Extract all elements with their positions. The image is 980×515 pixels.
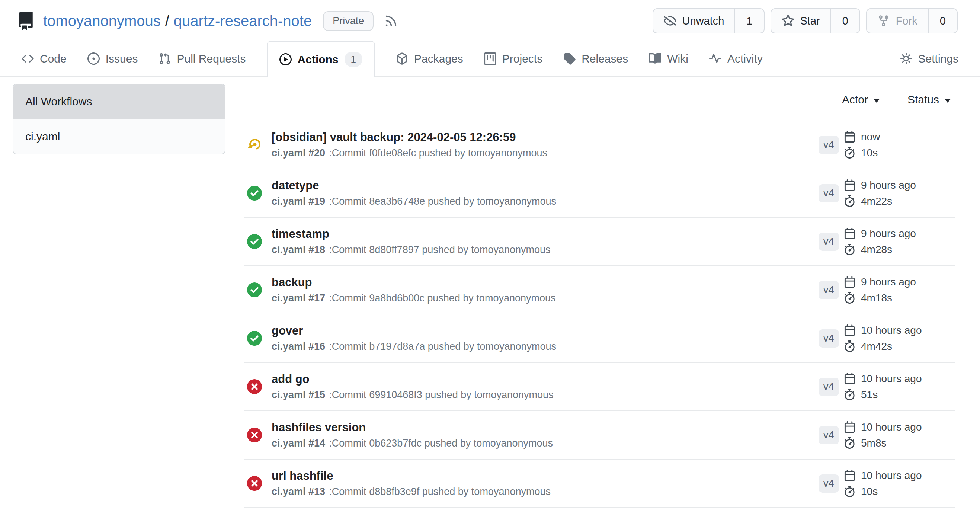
status-filter-dropdown[interactable]: Status	[907, 94, 951, 106]
repo-icon	[16, 11, 35, 30]
issue-icon	[88, 52, 100, 65]
workflow-ref: ci.yaml #13	[272, 486, 325, 497]
run-started-time: 9 hours ago	[844, 276, 955, 288]
commit-description: :Commit 8d80ff7897 pushed by tomoyanonym…	[329, 244, 550, 255]
run-meta: v4 10 hours ago 10s	[819, 470, 955, 498]
tab-count-badge: 1	[345, 52, 363, 67]
header-action-count[interactable]: 0	[830, 9, 859, 33]
calendar-icon	[844, 228, 855, 239]
run-started-time: 10 hours ago	[844, 373, 955, 385]
repo-action-buttons: Unwatch 1 Star 0 Fork 0	[652, 8, 958, 33]
run-title-link[interactable]: gover	[272, 324, 819, 337]
run-times: now 10s	[844, 131, 955, 159]
sidebar-item-label: ci.yaml	[25, 130, 60, 143]
run-title-link[interactable]: add go	[272, 372, 819, 386]
workflow-ref: ci.yaml #18	[272, 244, 325, 255]
run-times: 9 hours ago 4m22s	[844, 180, 955, 207]
stopwatch-icon	[844, 389, 855, 401]
workflow-run-row: backup ci.yaml #17:Commit 9a8bd6b00c pus…	[244, 266, 955, 315]
calendar-icon	[844, 324, 855, 336]
actor-filter-label: Actor	[842, 94, 868, 106]
run-title-link[interactable]: timestamp	[272, 227, 819, 241]
repo-nav-tab[interactable]: Issues	[88, 41, 138, 76]
visibility-badge: Private	[323, 11, 374, 31]
tab-settings[interactable]: Settings	[900, 41, 958, 76]
book-icon	[649, 52, 661, 65]
run-text: add go ci.yaml #15:Commit 69910468f3 pus…	[272, 372, 819, 401]
repo-nav-tab[interactable]: Activity	[709, 41, 763, 76]
tag-icon	[563, 52, 576, 65]
workflow-ref: ci.yaml #16	[272, 341, 325, 352]
tab-label: Pull Requests	[177, 52, 245, 65]
tab-label: Issues	[106, 52, 138, 65]
workflow-run-row: add cache again 10 hours ago	[244, 508, 955, 515]
run-duration: 4m42s	[844, 340, 955, 352]
run-subtitle: ci.yaml #20:Commit f0fde08efc pushed by …	[272, 147, 819, 159]
repo-nav-tab[interactable]: Releases	[563, 41, 628, 76]
run-times: 10 hours ago 4m42s	[844, 324, 955, 352]
run-subtitle: ci.yaml #18:Commit 8d80ff7897 pushed by …	[272, 244, 819, 256]
repo-nav-tab[interactable]: Projects	[484, 41, 542, 76]
run-duration-text: 51s	[861, 389, 878, 401]
run-started-time: 9 hours ago	[844, 180, 955, 191]
code-icon	[22, 52, 34, 65]
run-title-link[interactable]: url hashfile	[272, 469, 819, 483]
workflow-run-row: add go ci.yaml #15:Commit 69910468f3 pus…	[244, 363, 955, 411]
repo-link[interactable]: quartz-research-note	[174, 13, 312, 29]
run-title-link[interactable]: hashfiles version	[272, 421, 819, 434]
tab-label: Releases	[582, 52, 628, 65]
stopwatch-icon	[844, 486, 855, 497]
actor-filter-dropdown[interactable]: Actor	[842, 94, 880, 106]
run-title-link[interactable]: [obsidian] vault backup: 2024-02-05 12:2…	[272, 130, 819, 144]
run-subtitle: ci.yaml #17:Commit 9a8bd6b00c pushed by …	[272, 292, 819, 304]
run-duration: 4m22s	[844, 196, 955, 207]
failure-icon	[247, 428, 262, 442]
run-filters: Actor Status	[244, 77, 955, 121]
run-duration: 51s	[844, 389, 955, 401]
header-action-button-group: Fork 0	[866, 8, 958, 33]
workflow-ref: ci.yaml #17	[272, 292, 325, 304]
run-meta: v4 9 hours ago 4m28s	[819, 228, 955, 256]
run-text: backup ci.yaml #17:Commit 9a8bd6b00c pus…	[272, 276, 819, 304]
workflow-run-row: gover ci.yaml #16:Commit b7197d8a7a push…	[244, 315, 955, 363]
run-started-time: 10 hours ago	[844, 470, 955, 482]
run-duration: 10s	[844, 486, 955, 498]
failure-icon	[247, 476, 262, 491]
header-action-button[interactable]: Fork	[867, 9, 928, 33]
run-title-link[interactable]: datetype	[272, 179, 819, 192]
run-started-time: 10 hours ago	[844, 421, 955, 433]
repo-nav-tab[interactable]: Wiki	[649, 41, 688, 76]
stopwatch-icon	[844, 244, 855, 255]
header-action-count[interactable]: 0	[928, 9, 957, 33]
workflow-ref: ci.yaml #20	[272, 147, 325, 159]
repo-nav-tab[interactable]: Packages	[396, 41, 463, 76]
star-icon	[782, 14, 794, 27]
project-icon	[484, 52, 496, 65]
success-icon	[247, 283, 262, 297]
sidebar-workflow-item[interactable]: ci.yaml	[13, 119, 225, 154]
sidebar-item-label: All Workflows	[25, 95, 92, 108]
workflow-run-list: [obsidian] vault backup: 2024-02-05 12:2…	[244, 121, 955, 515]
run-duration-text: 5m8s	[861, 437, 886, 449]
repo-nav: Code Issues Pull Requests Actions 1 Pack…	[0, 41, 980, 77]
run-times: 9 hours ago 4m28s	[844, 228, 955, 256]
run-started-time: 10 hours ago	[844, 324, 955, 336]
rss-feed-icon[interactable]	[384, 14, 398, 28]
repo-nav-tab[interactable]: Code	[22, 41, 67, 76]
sidebar-workflow-item[interactable]: All Workflows	[13, 84, 225, 119]
run-meta: v4 10 hours ago 5m8s	[819, 421, 955, 449]
runner-version-badge: v4	[819, 474, 839, 493]
run-title-link[interactable]: backup	[272, 276, 819, 289]
run-text: datetype ci.yaml #19:Commit 8ea3b6748e p…	[272, 179, 819, 208]
repo-nav-tab[interactable]: Pull Requests	[159, 41, 245, 76]
stopwatch-icon	[844, 147, 855, 159]
play-icon	[279, 53, 292, 65]
header-action-count[interactable]: 1	[735, 9, 764, 33]
repo-nav-tab[interactable]: Actions 1	[267, 41, 375, 77]
workflow-ref: ci.yaml #15	[272, 389, 325, 401]
run-times: 10 hours ago 5m8s	[844, 421, 955, 449]
owner-link[interactable]: tomoyanonymous	[43, 13, 161, 29]
header-action-button[interactable]: Star	[771, 9, 830, 33]
header-action-button[interactable]: Unwatch	[653, 9, 735, 33]
run-text: [obsidian] vault backup: 2024-02-05 12:2…	[272, 130, 819, 159]
